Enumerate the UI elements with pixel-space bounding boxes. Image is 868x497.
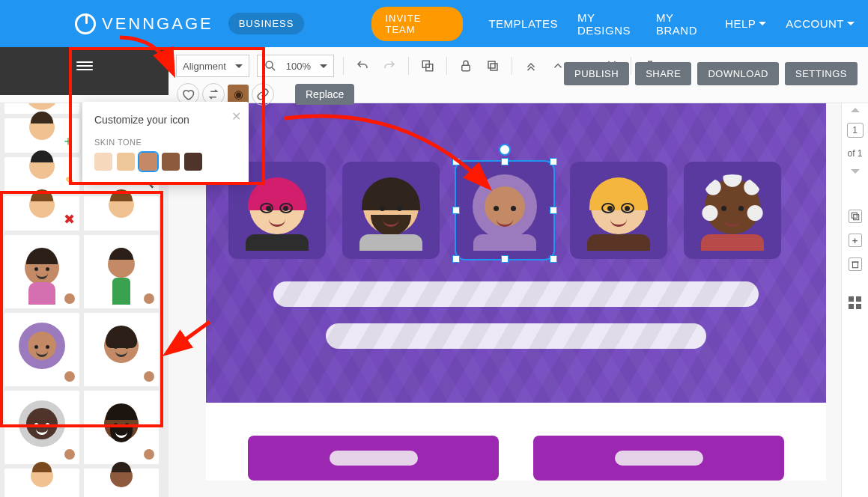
canvas-avatar[interactable] (570, 162, 667, 259)
heart-icon (181, 88, 195, 101)
skin-tone-badge-icon (142, 292, 156, 305)
card[interactable] (248, 436, 499, 481)
logo-icon (75, 13, 96, 34)
icon-tile[interactable]: ✎ (4, 157, 79, 192)
svg-rect-4 (462, 65, 470, 71)
menu-icon (76, 59, 93, 70)
group-button[interactable] (418, 56, 437, 76)
nav-help[interactable]: HELP (725, 11, 766, 37)
search-icon (264, 59, 277, 73)
brand-name: VENNGAGE (102, 14, 213, 34)
invite-team-button[interactable]: INVITE TEAM (371, 7, 463, 41)
chevron-down-icon (759, 22, 766, 25)
page-count-label: of 1 (847, 148, 862, 159)
double-chevron-up-icon (524, 59, 538, 73)
chevron-down-icon (320, 64, 327, 68)
replace-button[interactable]: Replace (295, 84, 354, 105)
icon-tile[interactable] (84, 235, 159, 308)
icon-tile[interactable] (84, 391, 159, 464)
customize-icon-popover: ✕ Customize your icon SKIN TONE (82, 102, 249, 184)
link-icon (256, 88, 270, 101)
link-button[interactable] (252, 83, 274, 106)
cards-row (206, 403, 826, 481)
plan-badge[interactable]: BUSINESS (228, 13, 305, 34)
droplet-icon: ◉ (234, 88, 243, 101)
rotate-handle[interactable] (499, 144, 511, 156)
share-button[interactable]: SHARE (635, 62, 691, 85)
undo-icon (356, 59, 369, 73)
copy-icon (486, 59, 500, 73)
nav-templates[interactable]: TEMPLATES (488, 11, 558, 37)
alignment-dropdown[interactable]: Alignment (176, 55, 249, 77)
svg-rect-11 (852, 213, 857, 218)
remove-badge-icon: ✖ (64, 211, 75, 228)
plus-badge-icon: ＋ (61, 132, 75, 150)
settings-button[interactable]: SETTINGS (785, 62, 858, 85)
alignment-label: Alignment (183, 61, 226, 72)
brand-logo[interactable]: VENNGAGE (75, 13, 213, 34)
icon-tile[interactable] (84, 196, 159, 231)
card-text-placeholder (615, 451, 703, 466)
icon-tile[interactable]: ＋ (4, 118, 79, 153)
svg-line-1 (272, 67, 275, 70)
nav-my-brand[interactable]: MY BRAND (656, 11, 705, 37)
icon-tile[interactable] (4, 235, 79, 308)
svg-rect-6 (488, 61, 495, 68)
icon-tile[interactable] (4, 391, 79, 464)
nav-account[interactable]: ACCOUNT (786, 11, 855, 37)
skin-tone-option[interactable] (117, 153, 135, 171)
nav-links: TEMPLATES MY DESIGNS MY BRAND HELP ACCOU… (488, 11, 855, 37)
canvas-avatar[interactable] (456, 162, 553, 259)
publish-button[interactable]: PUBLISH (564, 62, 629, 85)
pencil-badge-icon: ✎ (65, 174, 75, 189)
chevron-down-icon (847, 22, 855, 25)
add-page-button[interactable]: + (849, 234, 862, 247)
zoom-label: 100% (286, 61, 311, 72)
icon-tile[interactable] (84, 469, 159, 497)
sidebar-toggle[interactable] (0, 47, 169, 95)
icon-tile[interactable] (4, 469, 79, 497)
page-prev-button[interactable] (851, 108, 860, 112)
skin-tone-badge-icon (142, 370, 156, 383)
canvas-avatar[interactable] (342, 162, 440, 259)
group-icon (421, 59, 434, 73)
skin-tone-label: SKIN TONE (94, 138, 237, 147)
lock-button[interactable] (456, 56, 476, 76)
page-next-button[interactable] (851, 169, 860, 174)
redo-button[interactable] (380, 56, 399, 76)
grid-view-button[interactable] (849, 296, 861, 309)
skin-tone-badge-icon (63, 292, 76, 305)
undo-button[interactable] (353, 56, 372, 76)
copy-icon (850, 211, 861, 222)
canvas-avatar[interactable] (684, 162, 781, 259)
popover-title: Customize your icon (94, 114, 237, 126)
duplicate-page-button[interactable] (849, 210, 862, 223)
swap-icon (207, 88, 220, 101)
action-buttons: PUBLISH SHARE DOWNLOAD SETTINGS (564, 62, 858, 85)
skin-tone-option[interactable] (162, 153, 180, 171)
skin-tone-option[interactable] (184, 153, 202, 171)
close-button[interactable]: ✕ (231, 109, 241, 124)
svg-rect-5 (491, 64, 497, 70)
layer-top-button[interactable] (521, 56, 541, 76)
delete-page-button[interactable] (849, 257, 862, 271)
copy-button[interactable] (483, 56, 503, 76)
icon-tile[interactable] (84, 313, 159, 386)
card[interactable] (533, 436, 784, 481)
download-button[interactable]: DOWNLOAD (697, 62, 779, 85)
trash-icon (850, 259, 861, 269)
design-page[interactable] (206, 103, 826, 481)
svg-rect-10 (853, 215, 858, 220)
page-number[interactable]: 1 (847, 123, 864, 138)
page-navigator: 1 of 1 + (841, 103, 868, 497)
canvas-area[interactable] (169, 103, 868, 497)
skin-tone-badge-icon (142, 448, 156, 461)
icon-tile[interactable] (4, 313, 79, 386)
skin-tone-option[interactable] (139, 153, 157, 171)
nav-my-designs[interactable]: MY DESIGNS (577, 11, 637, 37)
zoom-dropdown[interactable]: 100% (257, 55, 334, 77)
skin-tone-option[interactable] (94, 153, 112, 171)
svg-point-0 (266, 61, 273, 68)
icon-tile[interactable]: ✖ (4, 196, 79, 231)
hero-section (206, 103, 826, 403)
